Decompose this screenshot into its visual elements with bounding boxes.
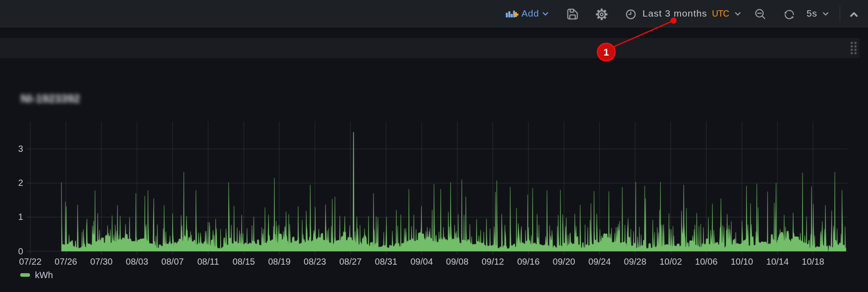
- svg-text:1: 1: [603, 47, 609, 58]
